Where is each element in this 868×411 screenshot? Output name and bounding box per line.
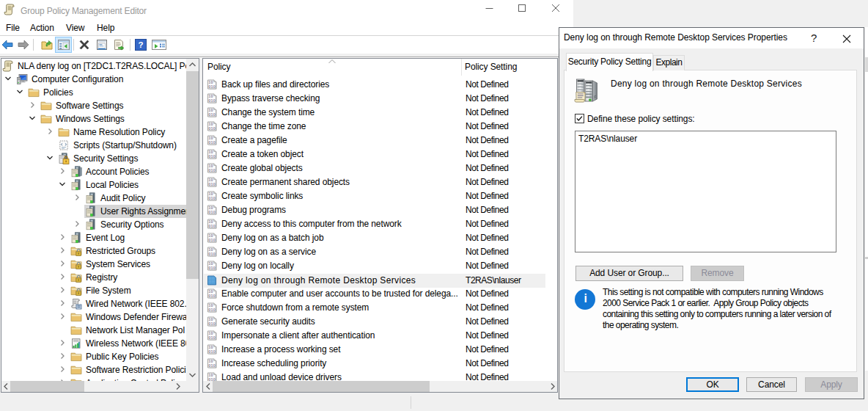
svg-text:010: 010 <box>208 363 216 368</box>
svg-text:?: ? <box>139 40 144 49</box>
svg-text:010: 010 <box>208 140 216 145</box>
svg-text:010: 010 <box>208 210 216 214</box>
svg-text:010: 010 <box>208 335 216 340</box>
svg-text:010: 010 <box>208 84 216 89</box>
svg-text:010: 010 <box>208 266 216 270</box>
svg-text:010: 010 <box>208 321 216 326</box>
svg-text:010: 010 <box>208 98 216 103</box>
svg-text:010: 010 <box>208 294 216 298</box>
svg-text:010: 010 <box>208 224 216 228</box>
svg-text:010: 010 <box>208 182 216 186</box>
svg-text:010: 010 <box>208 126 216 131</box>
svg-text:010: 010 <box>208 349 216 354</box>
svg-text:010: 010 <box>208 168 216 172</box>
svg-text:010: 010 <box>208 238 216 242</box>
svg-text:010: 010 <box>208 308 216 312</box>
svg-text:010: 010 <box>208 196 216 200</box>
svg-text:010: 010 <box>208 252 216 256</box>
svg-text:010: 010 <box>208 112 216 117</box>
svg-text:010: 010 <box>208 154 216 159</box>
